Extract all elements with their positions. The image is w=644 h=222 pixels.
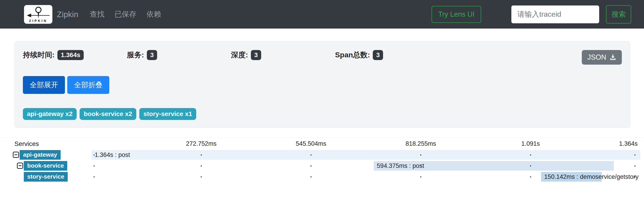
expand-all-button[interactable]: 全部展开 [23,76,65,94]
tick-dot [634,165,636,167]
download-icon [610,54,616,61]
expand-collapse-row: 全部展开 全部折叠 [23,76,622,94]
tick-dot [94,154,95,156]
time-tick-label: 272.752ms [186,140,216,147]
row-timeline: 150.142ms : demoservice/getstory [92,171,640,182]
span-duration-label: 150.142ms : demoservice/getstory [541,173,639,180]
tick-dot [634,176,636,178]
nav-link[interactable]: 依赖 [146,9,161,19]
tick-dot [310,176,312,178]
navbar: ZIPKIN Zipkin 查找已保存依赖 Try Lens UI 搜索 [0,0,644,28]
tick-dot [201,154,202,156]
collapse-minus-icon[interactable] [13,152,19,158]
trace-row[interactable]: api-gateway 1.364s : post [0,149,644,160]
span-bar[interactable]: 1.364s : post [92,150,640,160]
summary-value-badge: 3 [147,50,157,60]
service-badge-row: api-gateway x2book-service x2story-servi… [23,108,622,120]
svg-text:ZIPKIN: ZIPKIN [29,19,47,23]
time-tick-label: 1.364s [619,140,638,147]
tick-dot [634,154,636,156]
tick-dot [310,165,312,167]
nav-link[interactable]: 已保存 [114,9,136,19]
service-label[interactable]: api-gateway [20,150,60,160]
navbar-right: Try Lens UI 搜索 [432,5,631,23]
tick-dot [530,176,531,178]
trace-rows: api-gateway 1.364s : post book-service [0,149,644,182]
json-button-label: JSON [587,53,606,61]
span-bar[interactable]: 594.375ms : post [374,161,614,171]
summary-item: 持续时间: 1.364s [23,50,127,60]
search-button[interactable]: 搜索 [606,5,631,23]
collapse-all-button[interactable]: 全部折叠 [67,76,109,94]
row-timeline: 594.375ms : post [92,160,640,171]
span-bar[interactable]: 150.142ms : demoservice/getstory [541,172,602,182]
service-label-cell: api-gateway [0,149,92,160]
zipkin-logo[interactable]: ZIPKIN [24,5,52,24]
tick-dot [530,165,531,167]
summary-row: 持续时间: 1.364s 服务: 3 深度: 3 Span总数: 3 [23,50,622,65]
services-column-header: Services [14,140,39,148]
summary-item: 服务: 3 [127,50,231,60]
tick-dot [201,176,202,178]
span-duration-label: 594.375ms : post [374,162,424,169]
trace-summary-panel: 持续时间: 1.364s 服务: 3 深度: 3 Span总数: 3 [14,41,630,128]
traceid-search-input[interactable] [511,5,599,23]
trace-timeline-section: Services 272.752ms545.504ms818.255ms1.09… [0,137,644,182]
trace-row[interactable]: book-service 594.375ms : post [0,160,644,171]
nav-links: 查找已保存依赖 [90,9,161,19]
timeline-header: Services 272.752ms545.504ms818.255ms1.09… [0,138,644,149]
time-tick-label: 1.091s [521,140,540,147]
nav-link[interactable]: 查找 [90,9,104,19]
tick-dot [420,154,422,156]
service-label[interactable]: story-service [24,172,68,182]
time-axis: 272.752ms545.504ms818.255ms1.091s1.364s [92,140,640,148]
summary-value-badge: 3 [373,50,383,60]
tick-dot [94,176,95,178]
span-duration-label: 1.364s : post [92,151,130,158]
collapse-minus-icon[interactable] [17,163,23,169]
tick-dot [420,176,422,178]
tick-dot [310,154,312,156]
summary-label: 持续时间: [23,50,55,60]
service-label[interactable]: book-service [24,161,67,171]
summary-item: 深度: 3 [231,50,335,60]
time-tick-label: 818.255ms [406,140,436,147]
tick-dot [201,165,202,167]
json-download-button[interactable]: JSON [582,50,622,65]
service-label-cell: story-service [0,171,92,182]
summary-label: 服务: [127,50,144,60]
service-count-badge[interactable]: api-gateway x2 [23,108,76,120]
time-tick-label: 545.504ms [296,140,326,147]
row-timeline: 1.364s : post [92,149,640,160]
summary-value-badge: 1.364s [58,50,84,60]
tick-dot [94,165,95,167]
summary-label: Span总数: [335,50,370,60]
summary-value-badge: 3 [251,50,262,60]
tick-dot [530,154,531,156]
brand-title[interactable]: Zipkin [57,10,78,19]
summary-items: 持续时间: 1.364s 服务: 3 深度: 3 Span总数: 3 [23,50,439,60]
zipkin-pin-icon: ZIPKIN [26,6,51,23]
service-count-badge[interactable]: story-service x1 [139,108,196,120]
summary-item: Span总数: 3 [335,50,439,60]
service-label-cell: book-service [0,160,92,171]
try-lens-ui-button[interactable]: Try Lens UI [432,6,481,23]
summary-label: 深度: [231,50,248,60]
trace-row[interactable]: story-service 150.142ms : demoservice/ge… [0,171,644,182]
service-count-badge[interactable]: book-service x2 [80,108,136,120]
tick-dot [420,165,422,167]
